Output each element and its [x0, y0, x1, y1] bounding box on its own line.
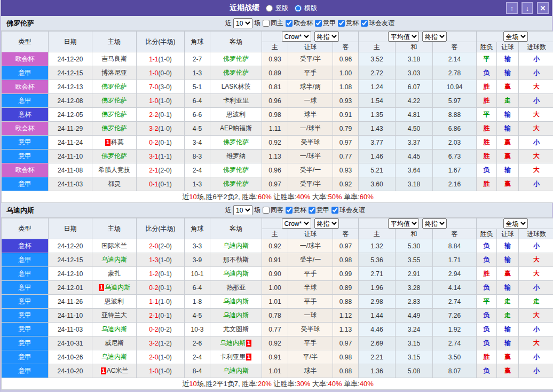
- up-arrow-icon: ↑: [510, 5, 514, 12]
- league-filter-checkbox[interactable]: [309, 207, 315, 214]
- bookmaker-select[interactable]: Crow*: [282, 32, 311, 42]
- league-filter[interactable]: 球会友谊: [331, 206, 365, 215]
- league-filter-label: 意甲: [317, 206, 329, 215]
- avg-away-cell: 1.67: [433, 163, 477, 177]
- same-side-label: 同客: [271, 206, 283, 215]
- same-side-filter[interactable]: 同客: [263, 206, 283, 215]
- column-header: 客场: [210, 32, 262, 52]
- handicap-cell: 一球: [288, 94, 333, 108]
- goals-result-cell: 走: [519, 295, 553, 309]
- column-header: 角球: [185, 32, 210, 52]
- column-header: 主场: [92, 218, 137, 239]
- horizontal-layout-option[interactable]: 横版: [295, 4, 317, 13]
- table-row: 意甲24-11-03乌迪内斯0-2(0-2)10-3尤文图斯0.77受半球1.1…: [2, 323, 553, 336]
- match-count-select[interactable]: 10: [233, 205, 252, 215]
- team-name-text: 尤文图斯: [223, 325, 249, 333]
- home-team-cell: 佛罗伦萨: [92, 150, 137, 163]
- goals-result-cell: 小: [519, 364, 553, 378]
- odds-home-cell: 0.91: [262, 253, 288, 267]
- avg-home-cell: 2.71: [359, 267, 396, 281]
- corner-cell: 2-4: [185, 350, 210, 364]
- odds-away-cell: 1.08: [333, 80, 359, 94]
- average-select[interactable]: 平均值: [388, 218, 419, 229]
- close-icon: ✕: [540, 5, 546, 12]
- league-filter[interactable]: 球会友谊: [361, 19, 394, 28]
- league-filter[interactable]: 欧会杯: [286, 19, 313, 28]
- fulltime-score: 2-1: [149, 312, 158, 319]
- league-filter-checkbox[interactable]: [286, 20, 293, 27]
- move-up-button[interactable]: ↑: [506, 2, 518, 14]
- vertical-layout-option[interactable]: 竖版: [266, 4, 288, 13]
- full-match-select[interactable]: 全场: [503, 32, 528, 42]
- corner-cell: 6-6: [185, 108, 210, 122]
- final-odds-select[interactable]: 终指: [422, 32, 447, 42]
- handicap-result-cell: 赢: [497, 267, 519, 281]
- avg-draw-cell: 5.08: [396, 364, 433, 378]
- league-filter[interactable]: 意杯: [338, 19, 359, 28]
- move-down-button[interactable]: ↓: [522, 2, 533, 14]
- avg-away-cell: 6.73: [433, 150, 477, 163]
- league-filter-checkbox[interactable]: [286, 207, 293, 214]
- halftime-score: (0-1): [159, 284, 172, 292]
- league-filter-checkbox[interactable]: [315, 20, 322, 27]
- summary-label: 单率:: [342, 380, 359, 388]
- home-team-cell: 威尼斯: [92, 336, 137, 350]
- league-filter[interactable]: 意甲: [309, 206, 329, 215]
- summary-value: 10: [189, 193, 196, 201]
- same-side-checkbox[interactable]: [263, 207, 270, 214]
- europe-odds-group-header: 平均值终指: [359, 218, 477, 229]
- home-team-cell: 1乌迪内斯: [92, 281, 137, 295]
- close-button[interactable]: ✕: [537, 2, 549, 14]
- final-odds-select[interactable]: 终指: [422, 218, 447, 229]
- halftime-score: (0-2): [159, 326, 172, 333]
- bookmaker-select[interactable]: Crow*: [282, 218, 311, 229]
- handicap-cell: 受平/半: [288, 52, 333, 66]
- odds-home-cell: 0.92: [262, 239, 288, 253]
- avg-draw-cell: 2.83: [396, 295, 433, 309]
- same-side-checkbox[interactable]: [263, 20, 270, 27]
- corner-cell: 5-1: [185, 80, 210, 94]
- away-team-cell: 那不勒斯: [210, 253, 262, 267]
- league-filter-label: 欧会杯: [294, 19, 313, 28]
- team-name-text: 乌迪内斯: [223, 367, 249, 374]
- titlebar: 近期战绩 竖版 横版 ↑ ↓ ✕: [1, 0, 552, 16]
- league-type-cell: 意甲: [2, 177, 49, 191]
- average-select[interactable]: 平均值: [388, 32, 419, 42]
- match-count-select[interactable]: 10: [233, 18, 252, 28]
- avg-away-cell: 8.84: [433, 239, 477, 253]
- score-cell: 2-1(2-0): [137, 163, 185, 177]
- final-odds-select[interactable]: 终指: [314, 218, 339, 229]
- league-filter-checkbox[interactable]: [331, 207, 338, 214]
- vertical-layout-radio[interactable]: [266, 5, 273, 12]
- sub-column-header: 和: [396, 42, 433, 52]
- matches-table: 类型日期主场比分(半场)角球客场Crow*终指平均值终指全场主让球客主和客胜负让…: [1, 31, 553, 203]
- team-name-text: 佛罗伦萨: [223, 166, 249, 174]
- halftime-score: (2-0): [159, 167, 172, 174]
- league-type-cell: 意甲: [2, 136, 49, 150]
- corner-cell: 1-3: [185, 177, 210, 191]
- final-odds-select[interactable]: 终指: [314, 32, 339, 42]
- team-name-text: 科莫: [111, 138, 124, 146]
- horizontal-layout-radio[interactable]: [295, 5, 302, 12]
- odds-home-cell: 1.11: [262, 122, 288, 136]
- same-side-filter[interactable]: 同主: [263, 19, 283, 28]
- table-row: 意甲24-11-10亚特兰大2-1(0-1)4-5乌迪内斯0.78一球1.121…: [2, 309, 553, 323]
- summary-value: 40%: [360, 380, 374, 388]
- league-type-cell: 意甲: [2, 94, 49, 108]
- odds-home-cell: 0.81: [262, 80, 288, 94]
- league-filter[interactable]: 意杯: [286, 206, 306, 215]
- corner-cell: 10-1: [185, 267, 210, 281]
- avg-draw-cell: 3.18: [396, 52, 433, 66]
- sub-column-header: 主: [262, 229, 288, 239]
- league-filter[interactable]: 意甲: [315, 19, 336, 28]
- full-match-select[interactable]: 全场: [503, 218, 528, 229]
- match-filters: 近10场同主欧会杯意甲意杯球会友谊: [225, 18, 394, 28]
- table-row: 意甲24-12-011乌迪内斯0-2(0-1)6-4热那亚1.00半球0.891…: [2, 281, 553, 295]
- avg-home-cell: 1.46: [359, 150, 396, 163]
- goals-result-cell: 小: [519, 239, 553, 253]
- handicap-cell: 平手: [288, 336, 333, 350]
- avg-home-cell: 1.44: [359, 309, 396, 323]
- league-filter-checkbox[interactable]: [361, 20, 368, 27]
- handicap-result-cell: 走: [497, 295, 519, 309]
- league-filter-checkbox[interactable]: [338, 20, 345, 27]
